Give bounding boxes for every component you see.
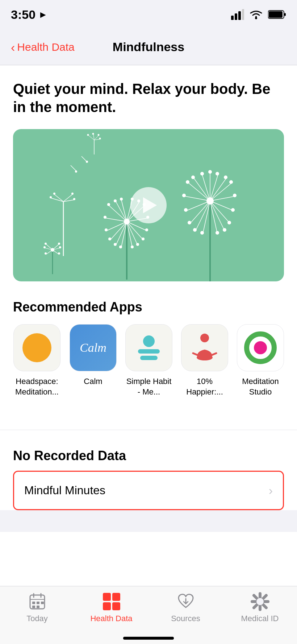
tab-medical-id-icon-wrap [250,592,270,611]
tab-bar: Today Health Data Sources [0,586,297,644]
tab-health-data[interactable]: Health Data [74,592,148,623]
svg-point-99 [98,134,100,136]
app-name-calm: Calm [84,376,102,387]
svg-rect-124 [37,602,39,604]
tab-medical-id[interactable]: Medical ID [223,592,297,623]
svg-rect-6 [269,11,283,18]
svg-point-43 [108,238,111,240]
svg-point-46 [131,245,134,248]
app-icon-headspace [13,324,60,371]
svg-point-90 [200,172,204,176]
svg-point-80 [200,231,204,235]
svg-rect-125 [32,606,35,608]
tab-health-data-icon-wrap [101,592,122,611]
svg-rect-3 [242,9,244,20]
svg-point-88 [216,172,219,176]
svg-rect-0 [231,16,234,20]
svg-point-91 [191,176,195,179]
svg-rect-127 [41,602,44,604]
app-name-meditation-studio: Meditation Studio [237,376,284,397]
svg-point-87 [224,176,227,179]
chevron-right-icon: › [269,483,273,498]
wifi-icon [249,9,263,20]
svg-point-47 [136,243,139,246]
svg-rect-128 [103,593,111,601]
tab-today-label: Today [26,614,48,623]
svg-point-89 [208,170,212,174]
svg-point-15 [50,196,52,198]
today-icon [28,592,47,611]
svg-point-77 [184,208,188,212]
hero-title: Quiet your mind. Relax your body. Be in … [13,80,284,116]
svg-point-112 [58,243,60,245]
app-item-ten-percent[interactable]: 10% Happier:... [181,324,228,397]
back-chevron-icon: ‹ [11,41,15,53]
mindful-minutes-item[interactable]: Mindful Minutes › [13,471,284,510]
tab-today-icon-wrap [27,592,47,611]
app-icon-simple-habit [125,324,172,371]
svg-point-84 [231,208,235,212]
svg-point-48 [142,238,145,240]
apps-scroll-container[interactable]: Headspace: Meditation... Calm Calm Simpl… [13,324,284,401]
tab-sources-icon-wrap [176,592,196,611]
app-icon-meditation-studio [237,324,284,371]
svg-rect-2 [238,11,241,20]
app-item-headspace[interactable]: Headspace: Meditation... [13,324,61,397]
play-triangle-icon [143,197,157,213]
svg-point-116 [197,355,213,360]
svg-point-115 [200,334,209,342]
location-icon: ► [38,9,48,20]
meditation-studio-ring [244,331,277,364]
svg-point-45 [119,245,122,248]
svg-point-85 [233,194,237,197]
video-thumbnail[interactable] [13,129,284,281]
battery-icon [268,10,286,19]
app-item-calm[interactable]: Calm Calm [70,324,117,397]
tab-sources[interactable]: Sources [148,592,223,623]
tab-today[interactable]: Today [0,592,74,623]
app-icon-ten-percent [181,324,228,371]
svg-rect-123 [32,602,35,604]
recommended-apps-title: Recommended Apps [13,300,284,315]
back-button[interactable]: ‹ Health Data [11,41,83,53]
svg-point-111 [45,252,47,255]
svg-point-21 [86,161,88,163]
svg-point-114 [58,252,60,255]
play-button[interactable] [130,187,167,223]
svg-point-4 [255,17,257,19]
no-recorded-data-section: No Recorded Data Mindful Minutes › [0,430,297,510]
svg-point-78 [188,221,191,224]
app-item-simple-habit[interactable]: Simple Habit - Me... [125,324,172,397]
svg-rect-7 [284,13,286,16]
svg-point-82 [223,228,226,232]
signal-icon [231,9,244,20]
ten-percent-svg [190,331,219,364]
svg-point-17 [73,198,75,200]
svg-point-139 [256,598,264,605]
time-display: 3:50 [11,8,35,22]
sources-icon [176,592,195,611]
svg-point-81 [216,231,219,235]
svg-point-83 [227,221,231,224]
tab-health-data-label: Health Data [90,614,132,623]
app-name-simple-habit: Simple Habit - Me... [125,376,172,397]
svg-point-55 [114,199,117,202]
status-icons [231,9,286,20]
svg-point-110 [43,246,46,248]
svg-line-117 [193,353,197,355]
svg-point-40 [107,203,110,206]
svg-point-44 [114,243,117,246]
svg-point-109 [45,243,47,245]
svg-point-42 [105,228,108,231]
tab-sources-label: Sources [171,614,200,623]
status-bar: 3:50 ► [0,0,297,29]
svg-point-86 [229,180,233,184]
nav-bar: ‹ Health Data Mindfulness [0,29,297,65]
svg-line-118 [212,353,216,355]
headspace-circle [22,333,51,362]
svg-rect-1 [235,13,237,20]
calm-text: Calm [80,341,106,355]
app-icon-calm: Calm [70,324,117,371]
app-item-meditation-studio[interactable]: Meditation Studio [237,324,284,397]
mindful-minutes-label: Mindful Minutes [24,484,105,497]
